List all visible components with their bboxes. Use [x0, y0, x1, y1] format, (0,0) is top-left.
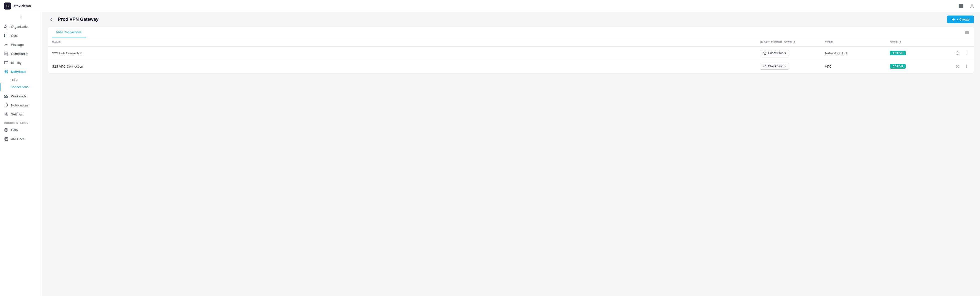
svg-point-52	[966, 65, 967, 66]
table-row: S2S VPC Connection Check Status	[48, 60, 974, 73]
svg-line-35	[6, 138, 6, 140]
cell-name-1: S2S Hub Connection	[52, 51, 760, 55]
app-name: stax-demo	[13, 4, 31, 8]
page-header: Prod VPN Gateway + Create	[42, 12, 980, 27]
user-icon-button[interactable]	[968, 2, 976, 10]
app-logo: S	[4, 3, 11, 10]
svg-point-51	[958, 66, 958, 67]
svg-point-45	[966, 52, 967, 52]
svg-rect-28	[6, 95, 8, 96]
list-layout-icon	[965, 30, 969, 35]
sidebar-item-label-identity: Identity	[11, 61, 22, 65]
cell-ip-sec-2: Check Status	[760, 63, 825, 70]
col-header-actions	[950, 41, 970, 44]
circle-dots-icon-2	[956, 65, 959, 68]
svg-rect-27	[5, 95, 6, 96]
grid-icon	[959, 4, 963, 8]
sidebar-item-notifications[interactable]: Notifications	[0, 101, 42, 110]
table-row: S2S Hub Connection Check Status	[48, 46, 974, 60]
user-icon	[970, 4, 974, 8]
cell-type-2: VPC	[825, 65, 890, 68]
grid-icon-button[interactable]	[957, 2, 965, 10]
svg-rect-2	[959, 6, 961, 8]
sidebar-item-label-workloads: Workloads	[11, 94, 26, 98]
create-button[interactable]: + Create	[947, 16, 974, 23]
sidebar-collapse-button[interactable]	[0, 12, 42, 22]
table-layout-icon[interactable]	[964, 30, 970, 35]
tabs-bar: VPN Connections	[48, 27, 974, 38]
cost-icon	[4, 33, 8, 38]
page-header-left: Prod VPN Gateway	[48, 16, 99, 23]
svg-point-21	[5, 62, 6, 63]
svg-rect-29	[5, 97, 6, 98]
connections-table: NAME IP SEC TUNNEL STATUS TYPE STATUS S2…	[48, 38, 974, 73]
sidebar-item-label-organization: Organization	[11, 25, 30, 29]
content-card: VPN Connections NAME IP SEC TUNNEL STATU…	[48, 27, 974, 73]
check-status-label-2: Check Status	[768, 65, 786, 68]
status-badge-1: ACTIVE	[890, 51, 906, 55]
notifications-icon	[4, 103, 8, 107]
top-bar-right	[957, 2, 976, 10]
sidebar: Organization Cost Wastage	[0, 12, 42, 296]
top-bar: S stax-demo	[0, 0, 980, 12]
tabs-list: VPN Connections	[52, 27, 86, 38]
sidebar-item-cost[interactable]: Cost	[0, 31, 42, 40]
sidebar-item-compliance[interactable]: Compliance	[0, 49, 42, 58]
back-arrow-icon	[49, 18, 54, 22]
settings-icon	[4, 112, 8, 117]
sidebar-item-help[interactable]: Help	[0, 125, 42, 134]
sidebar-item-identity[interactable]: Identity	[0, 58, 42, 67]
sidebar-item-networks[interactable]: Networks	[0, 67, 42, 76]
sidebar-item-settings[interactable]: Settings	[0, 110, 42, 119]
col-header-status: STATUS	[890, 41, 950, 44]
org-icon	[4, 24, 8, 29]
svg-point-53	[966, 66, 967, 67]
refresh-icon-1	[763, 51, 767, 55]
refresh-icon-2	[763, 65, 767, 68]
layout: Organization Cost Wastage	[0, 12, 980, 296]
svg-point-47	[966, 54, 967, 54]
sidebar-item-label-settings: Settings	[11, 112, 23, 116]
api-icon	[4, 137, 8, 141]
svg-rect-1	[961, 4, 963, 6]
sidebar-sub-connections[interactable]: Connections	[0, 83, 42, 91]
cell-status-2: ACTIVE	[890, 64, 950, 69]
row-action-menu-2[interactable]	[963, 63, 970, 70]
tab-vpn-connections[interactable]: VPN Connections	[52, 27, 86, 38]
svg-rect-11	[5, 34, 8, 37]
row-action-dots-2[interactable]	[954, 63, 961, 70]
row-action-menu-1[interactable]	[963, 50, 970, 57]
check-status-button-2[interactable]: Check Status	[760, 63, 789, 70]
svg-point-6	[5, 27, 5, 28]
svg-point-31	[6, 114, 7, 115]
svg-point-54	[966, 67, 967, 67]
check-status-label-1: Check Status	[768, 51, 786, 55]
row-action-dots-1[interactable]	[954, 50, 961, 57]
svg-point-49	[957, 66, 957, 67]
page-title: Prod VPN Gateway	[58, 17, 99, 22]
cell-status-1: ACTIVE	[890, 51, 950, 55]
sidebar-sub-hubs[interactable]: Hubs	[0, 76, 42, 83]
sidebar-item-api-docs[interactable]: API Docs	[0, 134, 42, 144]
create-label: + Create	[956, 18, 969, 21]
svg-point-5	[6, 25, 7, 26]
sidebar-item-label-wastage: Wastage	[11, 43, 24, 46]
status-badge-2: ACTIVE	[890, 64, 906, 69]
cell-name-2: S2S VPC Connection	[52, 65, 760, 68]
table-header-row: NAME IP SEC TUNNEL STATUS TYPE STATUS	[48, 38, 974, 46]
svg-line-9	[5, 27, 6, 27]
back-button[interactable]	[48, 16, 55, 23]
workloads-icon	[4, 94, 8, 98]
cell-type-1: Networking Hub	[825, 51, 890, 55]
sidebar-item-wastage[interactable]: Wastage	[0, 40, 42, 49]
sidebar-item-organization[interactable]: Organization	[0, 22, 42, 31]
svg-rect-0	[959, 4, 961, 6]
sidebar-item-label-networks: Networks	[11, 70, 26, 74]
svg-point-42	[957, 53, 957, 53]
check-status-button-1[interactable]: Check Status	[760, 50, 789, 56]
sidebar-item-workloads[interactable]: Workloads	[0, 92, 42, 101]
svg-line-10	[6, 27, 8, 27]
plus-icon	[951, 18, 955, 21]
col-header-ip-sec: IP SEC TUNNEL STATUS	[760, 41, 825, 44]
cell-ip-sec-1: Check Status	[760, 50, 825, 56]
